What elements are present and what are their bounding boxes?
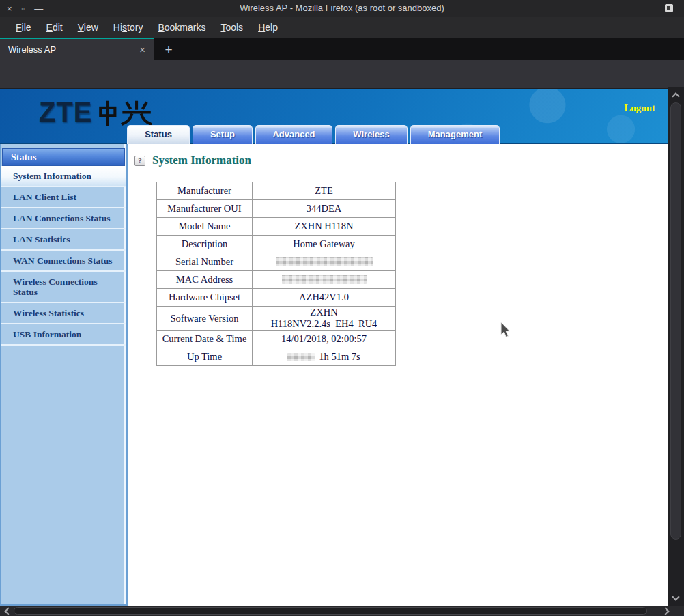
menu-help[interactable]: Help [251, 19, 285, 36]
scroll-left-icon[interactable] [4, 607, 12, 615]
table-value: 344DEA [253, 200, 396, 218]
new-tab-button[interactable]: + [158, 39, 179, 60]
site-header: ZTE Logout Status Setup Advanced Wireles… [0, 89, 668, 144]
table-label: Model Name [157, 218, 253, 236]
redacted-blur [276, 257, 373, 266]
tab-management[interactable]: Management [410, 125, 500, 144]
menu-file-accel: F [16, 22, 22, 33]
menu-file-post: ile [22, 22, 31, 33]
table-label: Manufacturer OUI [157, 200, 253, 218]
sidebar: Status System Information LAN Client Lis… [0, 144, 128, 606]
table-value-redacted [253, 253, 396, 271]
menu-tools-post: ools [225, 22, 243, 33]
sidebar-item-wan-connections-status[interactable]: WAN Connections Status [1, 251, 126, 272]
menu-history[interactable]: History [106, 19, 151, 36]
horizontal-scrollbar[interactable] [0, 606, 684, 616]
horizontal-scrollbar-thumb[interactable] [14, 607, 647, 615]
vertical-scrollbar[interactable] [668, 87, 684, 606]
system-information-table: Manufacturer ZTE Manufacturer OUI 344DEA… [156, 182, 396, 366]
menu-tools[interactable]: Tools [213, 19, 251, 36]
table-label: MAC Address [157, 271, 253, 289]
zte-chinese-logo [98, 98, 152, 128]
table-label: Current Date & Time [157, 331, 253, 348]
redacted-blur [287, 353, 315, 361]
menubar: File Edit View History Bookmarks Tools H… [0, 17, 684, 38]
table-row-serial-number: Serial Number [157, 253, 396, 271]
table-label: Description [157, 236, 253, 253]
table-row-software-version: Software Version ZXHN H118NV2.2.4s_EH4_R… [157, 307, 396, 331]
table-row-up-time: Up Time 1h 51m 7s [157, 348, 396, 366]
table-label: Serial Number [157, 253, 253, 271]
logout-link[interactable]: Logout [624, 102, 655, 114]
table-row-manufacturer-oui: Manufacturer OUI 344DEA [157, 200, 396, 218]
zte-logo: ZTE [39, 97, 152, 128]
table-value: 14/01/2018, 02:00:57 [253, 331, 396, 348]
web-page: ZTE Logout Status Setup Advanced Wireles… [0, 89, 668, 606]
sidebar-item-lan-client-list[interactable]: LAN Client List [1, 187, 126, 208]
menu-file[interactable]: File [8, 19, 39, 36]
uptime-text: 1h 51m 7s [319, 351, 360, 362]
table-label: Hardware Chipset [157, 289, 253, 307]
table-row-description: Description Home Gateway [157, 236, 396, 253]
vertical-scrollbar-thumb[interactable] [670, 102, 681, 540]
browser-tab-wireless-ap[interactable]: Wireless AP × [0, 38, 154, 60]
menu-bookmarks-post: ookmarks [165, 22, 206, 33]
tab-close-icon[interactable]: × [137, 44, 148, 55]
menu-help-post: elp [265, 22, 278, 33]
table-value: Home Gateway [253, 236, 396, 253]
table-label: Manufacturer [157, 182, 253, 200]
menu-history-pre: Hi [113, 22, 122, 33]
tab-status[interactable]: Status [127, 125, 190, 144]
scroll-up-icon[interactable] [672, 92, 679, 100]
zte-logo-text: ZTE [39, 97, 93, 127]
sidebar-item-usb-information[interactable]: USB Information [1, 324, 126, 346]
table-row-current-date-time: Current Date & Time 14/01/2018, 02:00:57 [157, 331, 396, 348]
redacted-blur [282, 275, 367, 284]
table-value: ZTE [253, 182, 396, 200]
table-row-manufacturer: Manufacturer ZTE [157, 182, 396, 200]
menu-help-accel: H [258, 22, 265, 33]
heading-row: ? System Information [134, 154, 251, 167]
menu-edit-post: dit [53, 22, 63, 33]
table-row-model-name: Model Name ZXHN H118N [157, 218, 396, 236]
table-value: ZXHN H118N [253, 218, 396, 236]
menu-history-accel: s [122, 22, 127, 33]
menu-view[interactable]: View [70, 19, 106, 36]
table-row-hardware-chipset: Hardware Chipset AZH42V1.0 [157, 289, 396, 307]
menu-bookmarks[interactable]: Bookmarks [150, 19, 213, 36]
sidebar-item-lan-statistics[interactable]: LAN Statistics [1, 229, 126, 251]
titlebar-right-icon-glyph [667, 6, 670, 10]
scroll-down-icon[interactable] [672, 593, 679, 600]
tab-strip: Wireless AP × + [0, 38, 684, 60]
tab-wireless[interactable]: Wireless [335, 125, 408, 144]
menu-view-post: iew [84, 22, 98, 33]
menu-view-accel: V [78, 22, 84, 33]
titlebar-right-icon[interactable] [665, 4, 673, 12]
main-content: ? System Information Manufacturer ZTE Ma… [129, 144, 668, 606]
tab-setup[interactable]: Setup [193, 125, 253, 144]
table-value-redacted [253, 271, 396, 289]
menu-edit-accel: E [46, 22, 53, 33]
page-title: System Information [152, 154, 251, 167]
table-row-mac-address: MAC Address [157, 271, 396, 289]
navigation-toolbar: ← → ↻ ⌂ i 192.168.0.1/cgi-bin/webproc?ge… [0, 60, 684, 89]
sidebar-header-status: Status [2, 148, 125, 166]
menu-edit[interactable]: Edit [39, 19, 70, 36]
help-icon[interactable]: ? [134, 156, 145, 166]
sidebar-item-system-information[interactable]: System Information [1, 166, 126, 187]
sidebar-item-wireless-connections-status[interactable]: Wireless Connections Status [1, 272, 126, 303]
menu-bookmarks-accel: B [158, 22, 164, 33]
sidebar-item-wireless-statistics[interactable]: Wireless Statistics [1, 303, 126, 324]
table-value-partially-redacted: 1h 51m 7s [253, 348, 396, 366]
tab-title: Wireless AP [8, 44, 137, 55]
window-title: Wireless AP - Mozilla Firefox (as root o… [0, 3, 684, 13]
titlebar: × ▫ — Wireless AP - Mozilla Firefox (as … [0, 0, 684, 17]
table-value: ZXHN H118NV2.2.4s_EH4_RU4 [253, 307, 396, 331]
tab-advanced[interactable]: Advanced [255, 125, 332, 144]
table-label: Software Version [157, 307, 253, 331]
sidebar-item-lan-connections-status[interactable]: LAN Connections Status [1, 208, 126, 229]
scroll-right-icon[interactable] [661, 607, 669, 615]
table-label: Up Time [157, 348, 253, 366]
main-nav-tabs: Status Setup Advanced Wireless Managemen… [127, 125, 500, 144]
table-value: AZH42V1.0 [253, 289, 396, 307]
